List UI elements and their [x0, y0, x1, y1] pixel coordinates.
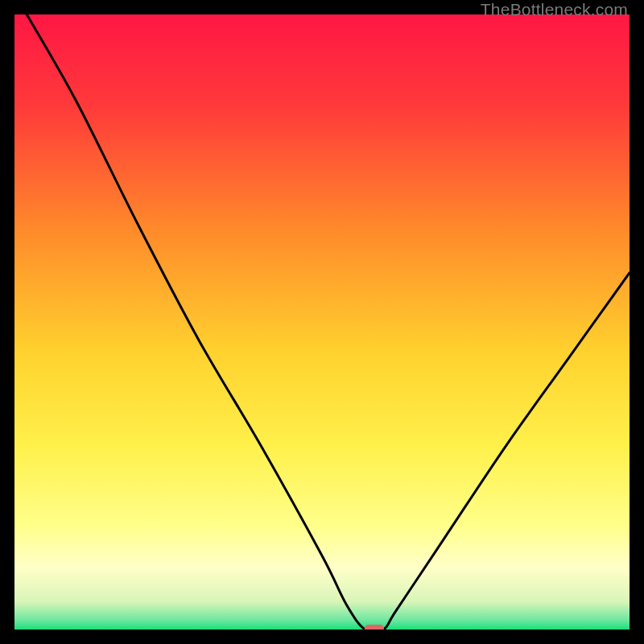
- chart-plot-area: [14, 14, 630, 630]
- watermark-text: TheBottleneck.com: [481, 0, 628, 19]
- bottleneck-chart-svg: [14, 14, 630, 630]
- optimal-marker: [365, 625, 384, 630]
- gradient-background: [14, 14, 630, 630]
